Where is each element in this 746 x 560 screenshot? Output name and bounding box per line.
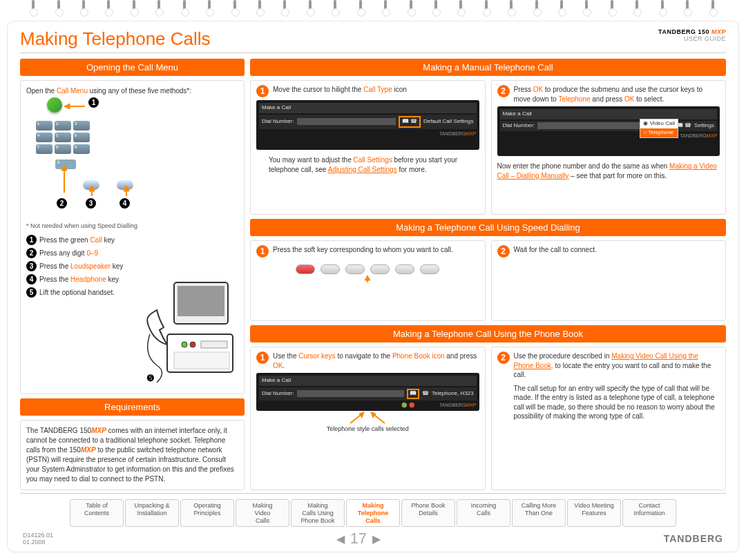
page-title: Making Telephone Calls <box>20 28 726 50</box>
nav-video-calls[interactable]: MakingVideoCalls <box>236 499 289 527</box>
svg-rect-9 <box>178 286 224 316</box>
svg-rect-13 <box>201 341 227 348</box>
opening-call-menu-panel: Open the Call Menu using any of these fi… <box>20 80 245 394</box>
nav-operating[interactable]: OperatingPrinciples <box>180 499 234 527</box>
prev-page[interactable]: ◀ <box>336 532 345 545</box>
device-ui-submenu: Make a Call Dial Number: 📖 ☎ ◉ Video Cal… <box>497 106 720 156</box>
nav-unpacking[interactable]: Unpacking &Installation <box>125 499 179 527</box>
next-page[interactable]: ▶ <box>372 532 381 545</box>
phonebook-box-1: 1Use the Cursor keys to navigate to the … <box>250 347 486 490</box>
svg-point-11 <box>182 342 187 347</box>
device-ui-calltype: Make a Call Dial Number: 📖 ☎ Default Cal… <box>256 100 479 150</box>
header-branding: TANDBERG 150 MXP USER GUIDE <box>658 28 726 42</box>
nav-telephone-calls[interactable]: MakingTelephoneCalls <box>346 499 400 527</box>
nav-phonebook-details[interactable]: Phone BookDetails <box>401 499 455 527</box>
manual-box-2: 2Press OK to produce the submenu and use… <box>491 80 727 215</box>
nav-multi-call[interactable]: Calling MoreThan One <box>512 499 566 527</box>
requirements-header: Requirements <box>20 398 245 416</box>
footer-logo: TANDBERG <box>664 533 723 544</box>
page-content: TANDBERG 150 MXP USER GUIDE Making Telep… <box>7 21 739 552</box>
spiral-binding <box>0 0 746 21</box>
manual-call-header: Making a Manual Telephone Call <box>250 59 726 76</box>
nav-incoming[interactable]: IncomingCalls <box>457 499 510 527</box>
page-number: 17 <box>350 530 367 548</box>
nav-contact[interactable]: ContactInformation <box>622 499 676 527</box>
svg-marker-7 <box>124 186 129 191</box>
speed-box-1: 1Press the soft key corresponding to who… <box>250 240 486 321</box>
requirements-panel: The TANDBERG 150MXP comes with an intern… <box>20 420 245 490</box>
svg-text:❺: ❺ <box>146 373 155 383</box>
phonebook-box-2: 2Use the procedure described in Making V… <box>491 347 727 490</box>
svg-marker-3 <box>61 165 67 171</box>
adjusting-settings-link[interactable]: Adjusting Call Settings <box>328 166 397 173</box>
svg-rect-14 <box>174 352 229 369</box>
nav-tabs: Table ofContents Unpacking &Installation… <box>20 499 726 527</box>
svg-point-12 <box>190 342 195 347</box>
device-sketch: ❺ <box>136 279 240 389</box>
doc-info: D14126.01 01.2008 <box>23 532 53 545</box>
nav-video-meeting[interactable]: Video MeetingFeatures <box>567 499 621 527</box>
svg-marker-1 <box>64 104 70 109</box>
svg-marker-17 <box>365 276 370 280</box>
speed-box-2: 2Wait for the call to connect. <box>491 240 727 321</box>
speed-dial-header: Making a Telephone Call Using Speed Dial… <box>250 219 726 236</box>
svg-marker-21 <box>371 412 376 418</box>
keypad-illustration: 1 123 456 789 0 2 <box>26 96 238 231</box>
nav-toc[interactable]: Table ofContents <box>70 499 124 527</box>
svg-marker-5 <box>89 186 95 191</box>
manual-box-1: 1Move the cursor to hilight the Call Typ… <box>250 80 486 215</box>
nav-phonebook-calls[interactable]: MakingCalls UsingPhone Book <box>291 499 345 527</box>
phonebook-header: Making a Telephone Call Using the Phone … <box>250 325 726 342</box>
svg-marker-19 <box>359 412 364 418</box>
opening-call-menu-header: Opening the Call Menu <box>20 59 245 76</box>
device-ui-phonebook: Make a Call Dial Number: 📖 ☎ Telephone, … <box>256 373 479 411</box>
